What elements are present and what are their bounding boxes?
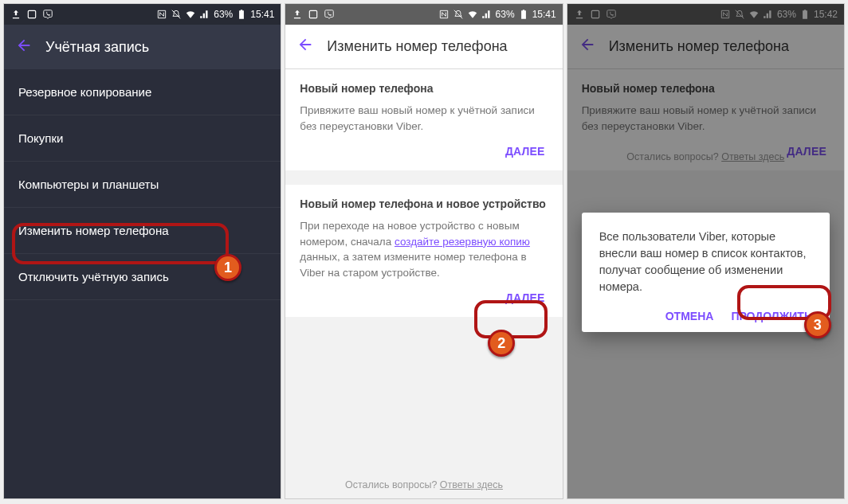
mute-icon xyxy=(453,9,464,20)
svg-rect-1 xyxy=(241,14,244,18)
viber-icon xyxy=(42,9,53,20)
status-bar: 63% 15:41 xyxy=(4,4,281,25)
wifi-icon xyxy=(467,9,478,20)
confirm-dialog: Все пользователи Viber, которые внесли в… xyxy=(582,213,830,332)
continue-button[interactable]: ПРОДОЛЖИТЬ xyxy=(731,310,812,322)
battery-percent: 63% xyxy=(214,9,233,20)
tutorial-badge-2: 2 xyxy=(488,330,515,357)
phone-screen-3: 63% 15:42 Изменить номер телефона Новый … xyxy=(567,3,845,499)
wifi-icon xyxy=(185,9,196,20)
tutorial-badge-1: 1 xyxy=(214,254,241,281)
back-button[interactable] xyxy=(15,37,33,58)
list-item-purchases[interactable]: Покупки xyxy=(4,115,281,162)
header: Учётная запись xyxy=(4,25,281,69)
footer-question: Остались вопросы? xyxy=(345,479,440,490)
tutorial-badge-3: 3 xyxy=(804,311,831,338)
clock: 15:41 xyxy=(532,9,556,20)
cancel-button[interactable]: ОТМЕНА xyxy=(665,310,714,322)
card-title: Новый номер телефона и новое устройство xyxy=(300,197,548,210)
battery-percent: 63% xyxy=(496,9,515,20)
screenshot-icon xyxy=(308,9,319,20)
card-new-number-device: Новый номер телефона и новое устройство … xyxy=(285,185,562,317)
viber-icon xyxy=(324,9,335,20)
nfc-icon xyxy=(438,9,450,20)
svg-rect-2 xyxy=(310,10,317,18)
card-body: Привяжите ваш новый номер к учётной запи… xyxy=(300,103,548,134)
footer-hint: Остались вопросы? Ответы здесь xyxy=(285,479,562,490)
phone-screen-2: 63% 15:41 Изменить номер телефона Новый … xyxy=(285,3,563,499)
mute-icon xyxy=(171,9,182,20)
list-item-devices[interactable]: Компьютеры и планшеты xyxy=(4,162,281,208)
card-title: Новый номер телефона xyxy=(300,82,548,95)
card-body-post: данных, а затем измените номер телефона … xyxy=(300,251,526,279)
page-title: Изменить номер телефона xyxy=(327,38,507,55)
svg-rect-0 xyxy=(28,10,35,18)
battery-icon xyxy=(236,9,247,20)
list-item-backup[interactable]: Резервное копирование xyxy=(4,69,281,115)
back-button[interactable] xyxy=(296,36,314,57)
backup-link[interactable]: создайте резервную копию xyxy=(395,236,530,248)
list-item-change-number[interactable]: Изменить номер телефона xyxy=(4,208,281,254)
clock: 15:41 xyxy=(250,9,274,20)
battery-icon xyxy=(518,9,529,20)
status-bar: 63% 15:41 xyxy=(285,4,562,25)
signal-icon xyxy=(481,9,493,20)
card-body: При переходе на новое устройство с новым… xyxy=(300,218,548,280)
nfc-icon xyxy=(156,9,167,20)
phone-screen-1: 63% 15:41 Учётная запись Резервное копир… xyxy=(3,3,281,499)
upload-icon xyxy=(10,9,22,20)
screenshot-icon xyxy=(26,9,37,20)
card-new-number: Новый номер телефона Привяжите ваш новый… xyxy=(285,69,562,170)
upload-icon xyxy=(292,9,303,20)
page-title: Учётная запись xyxy=(45,39,149,56)
header: Изменить номер телефона xyxy=(285,25,562,69)
next-button-1[interactable]: ДАЛЕЕ xyxy=(300,134,548,162)
footer-answers-link[interactable]: Ответы здесь xyxy=(440,479,503,490)
signal-icon xyxy=(199,9,210,20)
svg-rect-3 xyxy=(522,14,525,18)
dialog-text: Все пользователи Viber, которые внесли в… xyxy=(599,229,812,295)
next-button-2[interactable]: ДАЛЕЕ xyxy=(300,280,548,309)
